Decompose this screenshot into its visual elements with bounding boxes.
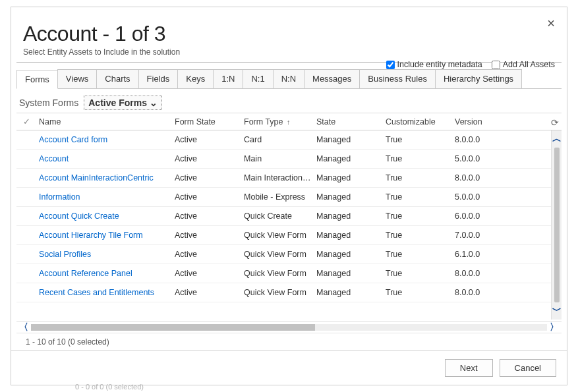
horizontal-scrollbar[interactable]: 〈 〉 <box>16 321 562 333</box>
table-row[interactable]: Account Hierarchy Tile FormActiveQuick V… <box>16 226 562 245</box>
row-form-state: Active <box>175 288 244 297</box>
table-row[interactable]: Social ProfilesActiveQuick View FormMana… <box>16 245 562 264</box>
row-version: 8.0.0.0 <box>455 135 507 144</box>
row-version: 8.0.0.0 <box>455 288 507 297</box>
row-name-link[interactable]: Account Reference Panel <box>36 269 175 278</box>
tab-keys[interactable]: Keys <box>177 69 214 88</box>
include-metadata-label: Include entity metadata <box>397 60 482 69</box>
row-name-link[interactable]: Account <box>36 154 175 163</box>
row-name-link[interactable]: Account MainInteractionCentric <box>36 173 175 182</box>
table-row[interactable]: Recent Cases and EntitlementsActiveQuick… <box>16 283 562 302</box>
row-state: Managed <box>316 135 386 144</box>
row-form-type: Mobile - Express <box>244 192 316 202</box>
tab-fields[interactable]: Fields <box>138 69 179 88</box>
table-row[interactable]: Account MainInteractionCentricActiveMain… <box>16 169 562 188</box>
filter-label: System Forms <box>19 98 78 108</box>
row-version: 8.0.0.0 <box>455 173 507 182</box>
row-version: 7.0.0.0 <box>455 231 507 240</box>
scroll-thumb[interactable] <box>554 148 560 302</box>
col-formstate-header[interactable]: Form State <box>175 117 244 126</box>
grid-body: Account Card formActiveCardManagedTrue8.… <box>16 130 562 320</box>
col-customizable-header[interactable]: Customizable <box>386 117 455 126</box>
row-state: Managed <box>316 231 386 240</box>
tab-hierarchy-settings[interactable]: Hierarchy Settings <box>435 69 522 88</box>
col-formtype-header[interactable]: Form Type ↑ <box>244 117 316 126</box>
row-version: 5.0.0.0 <box>455 154 507 163</box>
tab-messages[interactable]: Messages <box>304 69 360 88</box>
row-version: 5.0.0.0 <box>455 192 507 202</box>
row-name-link[interactable]: Social Profiles <box>36 250 175 259</box>
row-form-type: Quick View Form <box>244 269 316 278</box>
table-row[interactable]: Account Card formActiveCardManagedTrue8.… <box>16 130 562 150</box>
filter-dropdown[interactable]: Active Forms ⌄ <box>84 96 162 110</box>
row-form-state: Active <box>175 154 244 163</box>
row-state: Managed <box>316 269 386 278</box>
col-version-header[interactable]: Version <box>455 117 507 126</box>
tab-business-rules[interactable]: Business Rules <box>359 69 436 88</box>
filter-selected-value: Active Forms <box>88 98 147 108</box>
row-name-link[interactable]: Account Hierarchy Tile Form <box>36 231 175 240</box>
hscroll-track[interactable] <box>31 324 547 331</box>
scroll-down-icon[interactable]: ﹀ <box>552 305 562 317</box>
table-row[interactable]: Account Quick CreateActiveQuick CreateMa… <box>16 207 562 226</box>
row-form-type: Main Interaction… <box>244 173 316 182</box>
tab-n-n[interactable]: N:N <box>273 69 304 88</box>
table-row[interactable]: Account Reference PanelActiveQuick View … <box>16 264 562 283</box>
filter-row: System Forms Active Forms ⌄ <box>11 89 567 113</box>
row-form-type: Card <box>244 135 316 144</box>
row-form-state: Active <box>175 250 244 259</box>
tab-bar: FormsViewsChartsFieldsKeys1:NN:1N:NMessa… <box>11 69 567 88</box>
add-all-assets-option[interactable]: Add All Assets <box>492 60 555 69</box>
row-customizable: True <box>386 154 455 163</box>
col-state-header[interactable]: State <box>316 117 386 126</box>
hscroll-thumb[interactable] <box>31 324 315 331</box>
row-form-state: Active <box>175 135 244 144</box>
tab-1-n[interactable]: 1:N <box>213 69 243 88</box>
include-metadata-option[interactable]: Include entity metadata <box>386 60 482 69</box>
table-row[interactable]: AccountActiveMainManagedTrue5.0.0.0 <box>16 150 562 169</box>
add-all-assets-label: Add All Assets <box>503 60 555 69</box>
vertical-scrollbar[interactable]: ︿ ﹀ <box>551 130 562 320</box>
row-state: Managed <box>316 173 386 182</box>
row-version: 6.1.0.0 <box>455 250 507 259</box>
grid-header: ✓ Name Form State Form Type ↑ State Cust… <box>16 113 562 130</box>
background-status-text: 0 - 0 of 0 (0 selected) <box>75 383 144 391</box>
tab-n-1[interactable]: N:1 <box>243 69 273 88</box>
row-form-type: Main <box>244 154 316 163</box>
row-name-link[interactable]: Account Card form <box>36 135 175 144</box>
row-form-state: Active <box>175 192 244 202</box>
row-name-link[interactable]: Account Quick Create <box>36 211 175 221</box>
row-customizable: True <box>386 250 455 259</box>
grid: ✓ Name Form State Form Type ↑ State Cust… <box>11 113 567 350</box>
scroll-right-icon[interactable]: 〉 <box>547 322 562 333</box>
row-state: Managed <box>316 250 386 259</box>
tab-forms[interactable]: Forms <box>16 70 58 89</box>
cancel-button[interactable]: Cancel <box>500 359 556 377</box>
dialog-footer: Next Cancel <box>11 350 567 385</box>
row-form-type: Quick View Form <box>244 250 316 259</box>
row-state: Managed <box>316 154 386 163</box>
next-button[interactable]: Next <box>445 359 493 377</box>
scroll-up-icon[interactable]: ︿ <box>552 133 562 145</box>
row-name-link[interactable]: Information <box>36 192 175 202</box>
row-customizable: True <box>386 211 455 221</box>
row-form-type: Quick View Form <box>244 288 316 297</box>
row-customizable: True <box>386 269 455 278</box>
row-state: Managed <box>316 288 386 297</box>
refresh-icon[interactable]: ⟳ <box>551 117 559 128</box>
include-metadata-checkbox[interactable] <box>386 61 395 69</box>
scroll-left-icon[interactable]: 〈 <box>16 322 31 333</box>
col-name-header[interactable]: Name <box>36 117 175 126</box>
add-all-assets-checkbox[interactable] <box>492 61 500 69</box>
row-form-type: Quick View Form <box>244 231 316 240</box>
row-version: 8.0.0.0 <box>455 269 507 278</box>
tab-views[interactable]: Views <box>57 69 97 88</box>
close-button[interactable]: × <box>547 16 555 30</box>
row-customizable: True <box>386 135 455 144</box>
row-form-state: Active <box>175 231 244 240</box>
tab-charts[interactable]: Charts <box>96 69 138 88</box>
row-name-link[interactable]: Recent Cases and Entitlements <box>36 288 175 297</box>
row-version: 6.0.0.0 <box>455 211 507 221</box>
col-check-header[interactable]: ✓ <box>16 117 36 126</box>
table-row[interactable]: InformationActiveMobile - ExpressManaged… <box>16 188 562 207</box>
